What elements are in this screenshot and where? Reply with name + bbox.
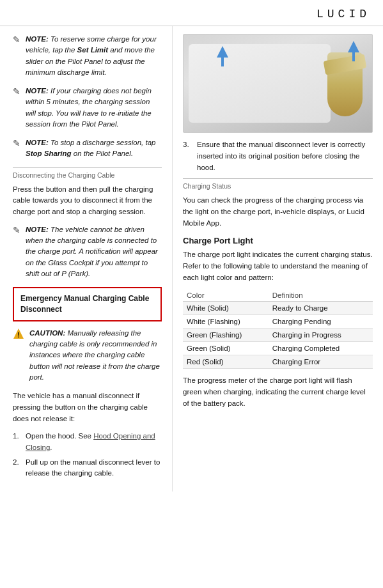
table-row: White (Flashing)Charging Pending [183, 315, 373, 329]
table-cell-color: Green (Flashing) [183, 329, 269, 342]
lucid-logo: LUCID [317, 8, 370, 20]
right-steps: 3. Ensure that the manual disconnect lev… [183, 139, 373, 173]
manual-disconnect-intro: The vehicle has a manual disconnect if p… [13, 391, 162, 424]
note-cannot-drive: ✎ NOTE: The vehicle cannot be driven whe… [13, 224, 162, 279]
page: LUCID ✎ NOTE: To reserve some charge for… [0, 0, 383, 491]
disconnecting-section-label: Disconnecting the Charging Cable [13, 167, 162, 179]
blue-arrow-1 [215, 46, 230, 66]
right-step-3: 3. Ensure that the manual disconnect lev… [183, 139, 373, 173]
step-3-text: Ensure that the manual disconnect lever … [197, 139, 373, 173]
left-column: ✎ NOTE: To reserve some charge for your … [0, 26, 173, 491]
door-panel [189, 44, 331, 123]
table-header-row: Color Definition [183, 290, 373, 302]
table-row: Green (Flashing)Charging in Progress [183, 329, 373, 342]
note-text-3: NOTE: To stop a discharge session, tap S… [26, 137, 162, 160]
progress-para: The progress meter of the charge port li… [183, 375, 373, 409]
table-cell-color: White (Flashing) [183, 315, 269, 329]
step-1-num: 1. [13, 431, 22, 453]
col-color: Color [183, 290, 269, 302]
caution-triangle-icon: ! [13, 328, 24, 341]
note-text-2: NOTE: If your charging does not begin wi… [26, 86, 162, 130]
col-definition: Definition [269, 290, 373, 302]
table-cell-color: Red (Solid) [183, 355, 269, 369]
manual-disconnect-steps: 1. Open the hood. See Hood Opening and C… [13, 431, 162, 479]
pencil-icon-1: ✎ [13, 35, 20, 45]
pencil-icon-2: ✎ [13, 86, 20, 97]
note-item-3: ✎ NOTE: To stop a discharge session, tap… [13, 137, 162, 160]
table-cell-definition: Charging Error [269, 355, 373, 369]
charging-status-para: You can check the progress of the chargi… [183, 195, 373, 229]
step-1-text: Open the hood. See Hood Opening and Clos… [26, 431, 162, 453]
table-cell-definition: Charging Pending [269, 315, 373, 329]
emergency-manual-disconnect-box: Emergency Manual Charging Cable Disconne… [13, 287, 162, 321]
step-2-num: 2. [13, 457, 22, 479]
table-cell-definition: Ready to Charge [269, 302, 373, 315]
note-item-2: ✎ NOTE: If your charging does not begin … [13, 86, 162, 130]
note-text-cannot-drive: NOTE: The vehicle cannot be driven when … [26, 224, 162, 279]
disconnect-lever-image [183, 34, 373, 133]
charge-port-light-para: The charge port light indicates the curr… [183, 249, 373, 283]
charging-status-section-label: Charging Status [183, 178, 373, 190]
table-cell-definition: Charging Completed [269, 342, 373, 355]
charge-status-table: Color Definition White (Solid)Ready to C… [183, 290, 373, 369]
charge-port-light-heading: Charge Port Light [183, 236, 373, 245]
note-item-1: ✎ NOTE: To reserve some charge for your … [13, 34, 162, 78]
emergency-box-title: Emergency Manual Charging Cable Disconne… [20, 294, 149, 314]
pencil-icon-4: ✎ [13, 225, 20, 235]
step-3-num: 3. [183, 139, 192, 173]
table-row: Green (Solid)Charging Completed [183, 342, 373, 355]
disconnect-paragraph: Press the button and then pull the charg… [13, 184, 162, 218]
table-cell-color: Green (Solid) [183, 342, 269, 355]
step-1: 1. Open the hood. See Hood Opening and C… [13, 431, 162, 453]
blue-arrow-2 [347, 41, 361, 61]
svg-marker-2 [217, 46, 228, 66]
pencil-icon-3: ✎ [13, 138, 20, 148]
svg-text:!: ! [17, 332, 19, 339]
step-2: 2. Pull up on the manual disconnect leve… [13, 457, 162, 479]
note-text-1: NOTE: To reserve some charge for your ve… [26, 34, 162, 78]
step-2-text: Pull up on the manual disconnect lever t… [26, 457, 162, 479]
main-content: ✎ NOTE: To reserve some charge for your … [0, 26, 383, 491]
table-cell-definition: Charging in Progress [269, 329, 373, 342]
caution-text: CAUTION: Manually releasing the charging… [29, 328, 162, 383]
table-row: Red (Solid)Charging Error [183, 355, 373, 369]
table-row: White (Solid)Ready to Charge [183, 302, 373, 315]
right-column: 3. Ensure that the manual disconnect lev… [173, 26, 383, 491]
caution-item: ! CAUTION: Manually releasing the chargi… [13, 328, 162, 383]
header: LUCID [0, 0, 383, 26]
svg-marker-3 [348, 41, 359, 61]
table-cell-color: White (Solid) [183, 302, 269, 315]
